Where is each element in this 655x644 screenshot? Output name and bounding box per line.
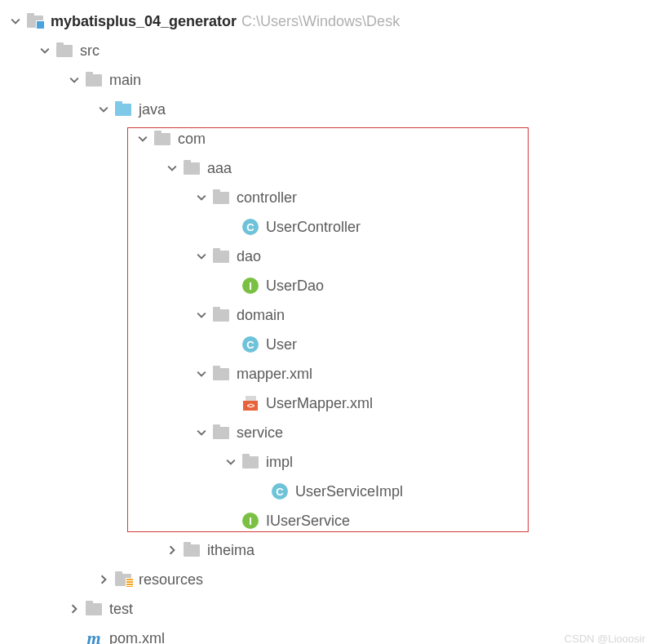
chevron-down-icon[interactable] — [8, 14, 23, 29]
chevron-down-icon[interactable] — [96, 102, 111, 117]
chevron-down-icon[interactable] — [194, 366, 209, 381]
chevron-right-icon[interactable] — [96, 572, 111, 587]
package-icon — [212, 189, 230, 207]
package-icon — [212, 424, 230, 442]
node-label: IUserService — [266, 513, 350, 530]
class-icon: C — [271, 482, 289, 500]
folder-icon — [85, 71, 103, 89]
tree-node-domain[interactable]: domain — [0, 300, 655, 330]
tree-node-main[interactable]: main — [0, 65, 655, 95]
chevron-right-icon[interactable] — [165, 543, 179, 557]
tree-node-userserviceimpl[interactable]: C UserServiceImpl — [0, 477, 655, 506]
maven-icon: m — [85, 629, 103, 644]
tree-node-user[interactable]: C User — [0, 330, 655, 359]
package-icon — [212, 365, 230, 383]
chevron-down-icon[interactable] — [194, 190, 209, 205]
node-label: itheima — [207, 542, 254, 559]
package-icon — [241, 453, 259, 471]
tree-node-aaa[interactable]: aaa — [0, 153, 655, 183]
class-icon: C — [241, 218, 259, 236]
tree-node-usercontroller[interactable]: C UserController — [0, 212, 655, 242]
tree-node-userdao[interactable]: I UserDao — [0, 271, 655, 300]
tree-node-src[interactable]: src — [0, 36, 655, 65]
node-label: controller — [237, 189, 297, 207]
tree-node-iuserservice[interactable]: I IUserService — [0, 506, 655, 535]
chevron-down-icon[interactable] — [67, 73, 82, 87]
chevron-down-icon[interactable] — [194, 308, 209, 322]
node-label: UserMapper.xml — [266, 395, 373, 412]
package-icon — [153, 130, 171, 148]
package-icon — [212, 306, 230, 324]
tree-node-service[interactable]: service — [0, 418, 655, 447]
chevron-right-icon[interactable] — [67, 602, 82, 616]
watermark: CSDN @Liooosir — [564, 633, 645, 644]
package-icon — [212, 247, 230, 265]
project-tree: mybatisplus_04_generator C:\Users\Window… — [0, 7, 655, 644]
node-path-hint: C:\Users\Windows\Desk — [241, 13, 400, 30]
node-label: pom.xml — [109, 630, 165, 645]
chevron-down-icon[interactable] — [223, 455, 238, 469]
node-label: dao — [237, 248, 261, 265]
node-label: main — [109, 72, 141, 89]
tree-node-controller[interactable]: controller — [0, 183, 655, 212]
package-icon — [183, 159, 201, 177]
node-label: mapper.xml — [237, 366, 312, 383]
tree-node-dao[interactable]: dao — [0, 242, 655, 271]
package-icon — [183, 541, 201, 559]
node-label: test — [109, 601, 133, 618]
resources-folder-icon — [114, 571, 132, 588]
interface-icon: I — [241, 512, 259, 530]
class-icon: C — [241, 335, 259, 353]
tree-node-mapperxml[interactable]: mapper.xml — [0, 359, 655, 389]
folder-icon — [85, 600, 103, 618]
node-label: java — [139, 101, 166, 118]
chevron-down-icon[interactable] — [194, 249, 209, 264]
node-label: com — [178, 131, 206, 148]
tree-node-usermapperxml[interactable]: UserMapper.xml — [0, 389, 655, 418]
module-folder-icon — [26, 12, 44, 30]
tree-node-com[interactable]: com — [0, 124, 655, 153]
node-label: UserController — [266, 219, 361, 236]
node-label: resources — [139, 571, 203, 588]
tree-node-itheima[interactable]: itheima — [0, 535, 655, 565]
chevron-down-icon[interactable] — [165, 161, 179, 175]
node-label: UserServiceImpl — [295, 483, 403, 500]
folder-icon — [55, 42, 73, 60]
node-label: service — [237, 424, 283, 442]
chevron-down-icon[interactable] — [194, 425, 209, 440]
tree-node-root[interactable]: mybatisplus_04_generator C:\Users\Window… — [0, 7, 655, 36]
chevron-down-icon[interactable] — [38, 43, 52, 58]
tree-node-resources[interactable]: resources — [0, 565, 655, 594]
node-label: aaa — [207, 160, 232, 177]
interface-icon: I — [241, 277, 259, 295]
source-folder-icon — [114, 100, 132, 118]
node-label: User — [266, 336, 297, 353]
tree-node-test[interactable]: test — [0, 594, 655, 624]
tree-node-java[interactable]: java — [0, 95, 655, 124]
node-label: mybatisplus_04_generator — [51, 13, 237, 30]
node-label: domain — [237, 307, 285, 324]
chevron-down-icon[interactable] — [135, 131, 150, 146]
node-label: impl — [266, 454, 293, 471]
tree-node-impl[interactable]: impl — [0, 447, 655, 477]
tree-node-pom[interactable]: m pom.xml — [0, 624, 655, 644]
node-label: UserDao — [266, 278, 324, 295]
node-label: src — [80, 42, 100, 60]
xml-file-icon — [241, 394, 259, 412]
